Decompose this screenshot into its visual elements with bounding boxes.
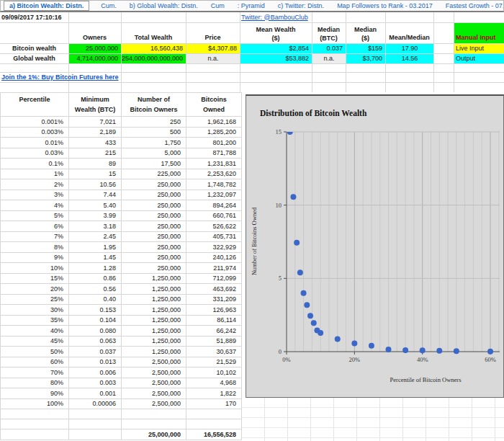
table-cell: 0.063	[69, 337, 122, 347]
col-header-percentile: Percentile	[1, 93, 69, 117]
table-cell: 250,000	[122, 221, 186, 232]
table-cell: 500	[122, 128, 186, 138]
table-row: 5%3.99250,000660,761	[1, 211, 242, 222]
table-cell: 25%	[1, 295, 69, 306]
tab-twitter-distn[interactable]: c) Twitter: Distn.	[276, 1, 325, 10]
tab-bitcoin-wealth-cum[interactable]: Cum.	[99, 1, 118, 10]
table-row: 30%0.1531,250,000126,963	[1, 305, 242, 316]
table-cell: 2,500,000	[122, 368, 186, 378]
gridline	[433, 12, 434, 92]
table-cell: 250,000	[122, 211, 186, 222]
table-cell: 2,500,000	[122, 357, 186, 368]
table-cell: 1,250,000	[122, 316, 186, 326]
table-cell: 4,968	[186, 378, 242, 389]
table-row: 50%0.0371,250,00030,637	[1, 347, 242, 357]
table-cell: 1,250,000	[122, 295, 186, 306]
empty-cell	[69, 409, 122, 419]
table-cell: 433	[69, 138, 122, 148]
table-cell: 0.037	[69, 347, 122, 357]
tab-map-followers[interactable]: Map Followers to Rank - 03.2017	[336, 1, 434, 10]
table-cell: 5,000	[122, 148, 186, 159]
table-cell: 10,102	[186, 368, 242, 378]
table-cell: 0.01%	[1, 138, 69, 148]
svg-text:40%: 40%	[417, 356, 428, 363]
table-cell: 0.003%	[1, 128, 69, 138]
col-header-mean-wealth: Mean Wealth ($)	[240, 22, 312, 43]
table-cell: 1.95	[69, 242, 122, 253]
table-row: 9%1.45250,000240,126	[1, 253, 242, 264]
table-cell: 1,750	[122, 138, 186, 148]
table-cell: 0.40	[69, 295, 122, 306]
table-cell: 2%	[1, 179, 69, 190]
cell-bitcoin-price: $4,307.88	[186, 44, 240, 53]
tab-bar: a) Bitcoin Wealth: Distn.Cum.b) Global W…	[0, 0, 504, 12]
tab-fastest-growth[interactable]: Fastest Growth - 07.17	[444, 1, 504, 10]
svg-text:10: 10	[276, 202, 282, 209]
table-cell: 170	[186, 399, 242, 410]
table-cell: 0.153	[69, 305, 122, 316]
cell-bitcoin-mean-median: 17.90	[386, 44, 433, 53]
table-cell: 1,285,200	[186, 128, 242, 138]
table-cell: 0.86	[69, 274, 122, 285]
table-cell: 1,250,000	[122, 347, 186, 357]
table-cell: 1,250,000	[122, 274, 186, 285]
table-cell: 463,692	[186, 284, 242, 295]
table-cell: 50%	[1, 347, 69, 357]
table-cell: 66,242	[186, 326, 242, 337]
cell-bitcoin-owners: 25,000,000	[69, 44, 121, 53]
table-cell: 250	[122, 117, 186, 128]
table-row: 0.01%4331,750801,200	[1, 138, 242, 148]
tab-global-wealth-distn[interactable]: b) Global Wealth: Distn.	[128, 1, 199, 10]
empty-cell	[122, 419, 186, 429]
table-cell: 60%	[1, 357, 69, 368]
table-cell: 250,000	[122, 242, 186, 253]
table-cell: 250,000	[122, 179, 186, 190]
empty-cell	[69, 419, 122, 429]
table-row: 80%0.0032,500,0004,968	[1, 378, 242, 389]
table-cell: 405,731	[186, 232, 242, 243]
table-cell: 211,974	[186, 263, 242, 274]
table-cell: 7%	[1, 232, 69, 243]
table-cell: 6%	[1, 221, 69, 232]
wealth-chart-svg: 0510150%20%40%60%Distribution of Bitcoin…	[246, 96, 503, 397]
legend-manual-input: Manual Input	[454, 23, 504, 43]
col-header-mean-median: Mean/Median	[385, 22, 433, 43]
table-cell: 0.003	[69, 378, 122, 389]
table-cell: 8%	[1, 242, 69, 253]
table-row: 100%0.000062,500,000170	[1, 399, 242, 410]
empty-cell	[1, 409, 69, 419]
cell-global-median-btc-na: n.a.	[312, 54, 346, 63]
svg-text:0%: 0%	[282, 356, 290, 363]
col-header-median-btc: Median (BTC)	[312, 22, 346, 43]
table-cell: 9%	[1, 253, 69, 264]
table-cell: 35%	[1, 316, 69, 326]
table-row: 20%0.561,250,000463,692	[1, 284, 242, 295]
table-cell: 100%	[1, 399, 69, 410]
table-row: 4%5.40250,000894,264	[1, 200, 242, 211]
table-cell: 0.080	[69, 326, 122, 337]
tab-global-wealth-pyramid[interactable]: : Pyramid	[236, 1, 266, 10]
table-cell: 331,209	[186, 295, 242, 306]
table-cell: 5%	[1, 211, 69, 222]
buy-futures-link[interactable]: Join the 1%: Buy Bitcoin Futures here	[1, 72, 174, 82]
svg-text:Percentile of Bitcoin Owners: Percentile of Bitcoin Owners	[390, 376, 462, 383]
table-cell: 0.006	[69, 368, 122, 378]
table-cell: 225,000	[122, 169, 186, 180]
col-header-bitcoins-owned: Bitcoins Owned	[186, 93, 242, 117]
table-cell: 126,963	[186, 305, 242, 316]
tab-global-wealth-cum[interactable]: Cum	[210, 1, 226, 10]
tab-bitcoin-wealth-distn[interactable]: a) Bitcoin Wealth: Distn.	[4, 1, 89, 11]
svg-text:Number of Bitcoins Owned: Number of Bitcoins Owned	[251, 207, 258, 275]
table-cell: 3.99	[69, 211, 122, 222]
cell-bitcoin-median-btc: 0.037	[312, 44, 346, 53]
table-cell: 2,500,000	[122, 388, 186, 399]
cell-global-price-na: n.a.	[186, 54, 240, 63]
cell-global-mean-median: 14.56	[386, 54, 433, 63]
table-cell: 250,000	[122, 190, 186, 201]
table-cell: 1,250,000	[122, 305, 186, 316]
twitter-link[interactable]: Twitter: @BambouClub	[241, 12, 328, 22]
cell-bitcoin-median-usd: $159	[346, 44, 385, 53]
table-cell: 3%	[1, 190, 69, 201]
percentile-table: Percentile Minimum Wealth (BTC) Number o…	[0, 92, 242, 440]
svg-text:5: 5	[279, 275, 282, 282]
